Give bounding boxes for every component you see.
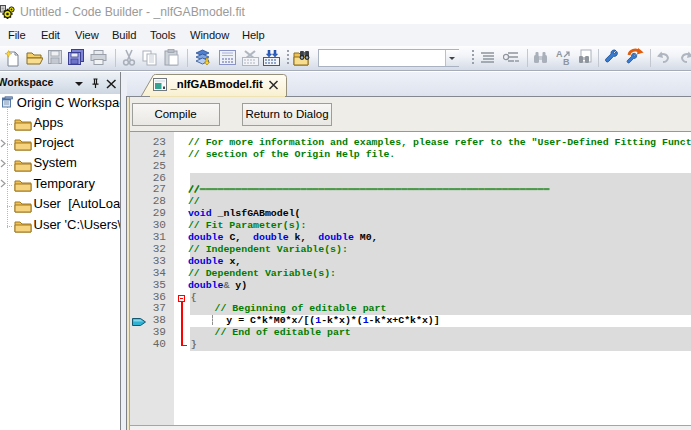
svg-text:B: B [563, 57, 570, 66]
svg-text:A: A [556, 49, 563, 59]
